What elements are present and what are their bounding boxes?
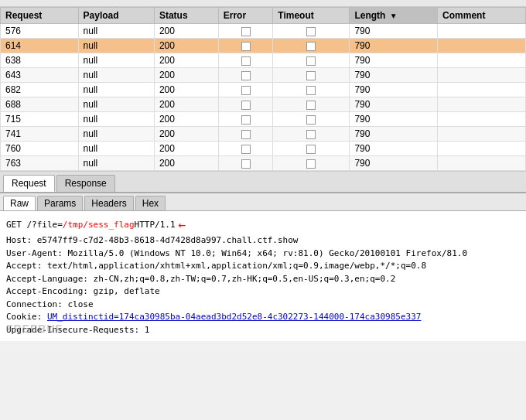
cell-timeout [273, 39, 350, 53]
cell-error [218, 83, 273, 97]
cell-payload: null [78, 68, 154, 83]
table-row[interactable]: 614null200790 [1, 39, 526, 53]
checkbox-timeout[interactable] [306, 145, 316, 154]
checkbox-timeout[interactable] [306, 115, 316, 125]
checkbox-error[interactable] [241, 71, 251, 80]
inner-tab-params[interactable]: Params [37, 196, 83, 210]
cell-length: 790 [350, 24, 438, 39]
cell-payload: null [78, 142, 154, 156]
cookie-value-highlight: UM_distinctid=174ca30985ba-04aead3bd2d52… [47, 312, 421, 322]
checkbox-error[interactable] [241, 115, 251, 125]
col-request[interactable]: Request [1, 8, 79, 24]
checkbox-timeout[interactable] [306, 27, 316, 36]
request-useragent-line: User-Agent: Mozilla/5.0 (Windows NT 10.0… [6, 248, 520, 261]
checkbox-timeout[interactable] [306, 86, 316, 95]
checkbox-error[interactable] [241, 42, 251, 51]
cell-payload: null [78, 156, 154, 171]
cell-comment [438, 39, 526, 53]
inner-tab-raw[interactable]: Raw [3, 196, 36, 210]
filter-bar [0, 0, 526, 7]
table-row[interactable]: 715null200790 [1, 112, 526, 127]
tab-request[interactable]: Request [3, 175, 55, 192]
checkbox-error[interactable] [241, 159, 251, 169]
cell-length: 790 [350, 53, 438, 68]
cell-error [218, 127, 273, 142]
cell-request: 688 [1, 97, 79, 112]
cell-timeout [273, 127, 350, 142]
checkbox-error[interactable] [241, 145, 251, 154]
col-length[interactable]: Length ▼ [350, 8, 438, 24]
cell-request: 638 [1, 53, 79, 68]
cell-request: 741 [1, 127, 79, 142]
request-path-highlight: /tmp/sess_flag [63, 219, 135, 232]
request-connection-line: Connection: close [6, 299, 520, 312]
checkbox-error[interactable] [241, 130, 251, 139]
request-acceptenc-line: Accept-Encoding: gzip, deflate [6, 285, 520, 299]
checkbox-timeout[interactable] [306, 130, 316, 139]
table-row[interactable]: 638null200790 [1, 53, 526, 68]
table-row[interactable]: 760null200790 [1, 142, 526, 156]
table-row[interactable]: 763null200790 [1, 156, 526, 171]
request-accept-line: Accept: text/html,application/xhtml+xml,… [6, 260, 520, 273]
table-row[interactable]: 576null200790 [1, 24, 526, 39]
table-row[interactable]: 741null200790 [1, 127, 526, 142]
table-container: Request Payload Status Error Timeout Len… [0, 7, 526, 172]
table-row[interactable]: 682null200790 [1, 83, 526, 97]
cell-request: 760 [1, 142, 79, 156]
cell-error [218, 24, 273, 39]
cell-payload: null [78, 112, 154, 127]
cell-comment [438, 53, 526, 68]
cell-status: 200 [154, 39, 218, 53]
cell-length: 790 [350, 68, 438, 83]
cell-length: 790 [350, 127, 438, 142]
request-host-line: Host: e5747ff9-c7d2-48b3-8618-4d7428d8a9… [6, 234, 520, 248]
col-error[interactable]: Error [218, 8, 273, 24]
inner-tab-hex[interactable]: Hex [135, 196, 166, 210]
cell-request: 614 [1, 39, 79, 53]
cell-length: 790 [350, 83, 438, 97]
cell-request: 715 [1, 112, 79, 127]
request-protocol: HTTP/1.1 [135, 219, 176, 232]
col-comment[interactable]: Comment [438, 8, 526, 24]
cell-payload: null [78, 127, 154, 142]
checkbox-timeout[interactable] [306, 71, 316, 80]
col-payload[interactable]: Payload [78, 8, 154, 24]
tab-response[interactable]: Response [56, 175, 115, 192]
checkbox-timeout[interactable] [306, 56, 316, 66]
checkbox-error[interactable] [241, 27, 251, 36]
cell-status: 200 [154, 53, 218, 68]
cell-payload: null [78, 53, 154, 68]
request-acceptlang-line: Accept-Language: zh-CN,zh;q=0.8,zh-TW;q=… [6, 273, 520, 286]
checkbox-error[interactable] [241, 86, 251, 95]
request-cookie-line: Cookie: UM_distinctid=174ca30985ba-04aea… [6, 311, 520, 324]
cell-comment [438, 142, 526, 156]
inner-tab-headers[interactable]: Headers [84, 196, 133, 210]
cell-status: 200 [154, 83, 218, 97]
cell-error [218, 39, 273, 53]
table-row[interactable]: 688null200790 [1, 97, 526, 112]
cell-request: 643 [1, 68, 79, 83]
cell-comment [438, 97, 526, 112]
cell-payload: null [78, 83, 154, 97]
cell-status: 200 [154, 112, 218, 127]
checkbox-timeout[interactable] [306, 101, 316, 110]
checkbox-timeout[interactable] [306, 42, 316, 51]
cell-timeout [273, 97, 350, 112]
cell-length: 790 [350, 142, 438, 156]
col-timeout[interactable]: Timeout [273, 8, 350, 24]
cell-timeout [273, 53, 350, 68]
results-table: Request Payload Status Error Timeout Len… [0, 7, 526, 171]
request-content: GET /?file=/tmp/sess_flag HTTP/1.1 ← Hos… [0, 211, 526, 341]
checkbox-error[interactable] [241, 56, 251, 66]
cell-error [218, 53, 273, 68]
cell-request: 682 [1, 83, 79, 97]
checkbox-timeout[interactable] [306, 159, 316, 169]
table-header-row: Request Payload Status Error Timeout Len… [1, 8, 526, 24]
table-row[interactable]: 643null200790 [1, 68, 526, 83]
bottom-panel: Request Response Raw Params Headers Hex … [0, 172, 526, 341]
checkbox-error[interactable] [241, 101, 251, 110]
cell-timeout [273, 156, 350, 171]
col-status[interactable]: Status [154, 8, 218, 24]
cell-comment [438, 83, 526, 97]
cell-status: 200 [154, 156, 218, 171]
